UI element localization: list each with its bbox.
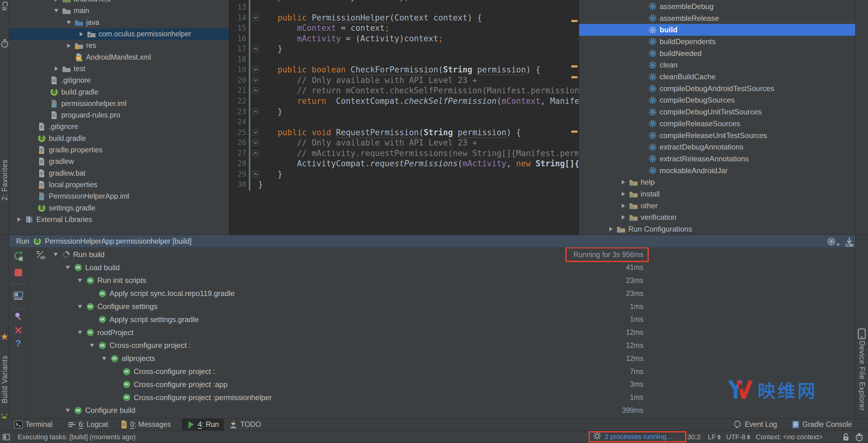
editor-code-line[interactable]: public PermissionHelper(Context context)… (278, 12, 482, 23)
editor-code-line[interactable]: public void RequestPermission(String per… (278, 127, 521, 138)
editor-code-line[interactable]: // Only available with API Level 23 + (297, 137, 477, 148)
fold-marker-icon[interactable] (252, 108, 259, 115)
fold-marker-icon[interactable] (252, 150, 259, 156)
build-variants-stripe-button[interactable]: Build Variants (1, 355, 9, 403)
tree-expand-arrow-icon[interactable] (52, 253, 60, 256)
run-toolwindow-header[interactable]: Run PermissionHelperApp:permissionhelper… (9, 235, 855, 248)
tree-expand-arrow-icon[interactable] (52, 9, 60, 12)
tree-expand-arrow-icon[interactable] (619, 192, 627, 196)
tool-tab-gradleconsole[interactable]: Gradle Console (792, 419, 852, 430)
gradle-task-row[interactable]: compileDebugUnitTestSources (579, 106, 855, 118)
build-step-row[interactable]: OKallprojects12ms (28, 352, 855, 365)
build-step-row[interactable]: OKrootProject12ms (28, 326, 855, 339)
project-tree-row[interactable]: gradlew.bat (9, 167, 229, 179)
lock-icon[interactable] (842, 431, 850, 443)
editor-code-line[interactable]: // mActivity.requestPermissions(new Stri… (297, 148, 579, 159)
tool-tab-messages[interactable]: 0: Messages (121, 419, 171, 430)
tree-expand-arrow-icon[interactable] (619, 203, 627, 208)
project-tree-row[interactable]: External Libraries (9, 214, 229, 225)
build-step-row[interactable]: OKApply script settings.gradle1ms (28, 313, 855, 326)
gradle-task-row[interactable]: compileDebugSources (579, 95, 855, 106)
tool-tab-terminal[interactable]: Terminal (14, 419, 53, 430)
project-tree-row[interactable]: build.gradle (9, 86, 229, 98)
tool-tab-run[interactable]: 4: Run (182, 419, 224, 430)
gradle-task-row[interactable]: Run Configurations (579, 223, 855, 235)
restore-layout-button[interactable] (13, 291, 23, 301)
error-stripe-mark[interactable] (571, 65, 578, 67)
close-button[interactable] (14, 326, 22, 336)
gradle-task-row[interactable]: extractDebugAnnotations (579, 141, 855, 153)
editor-code-line[interactable]: mActivity = (Activity)context; (297, 33, 443, 44)
error-stripe-mark[interactable] (571, 20, 578, 22)
tree-expand-arrow-icon[interactable] (64, 409, 72, 412)
device-file-explorer-stripe-button[interactable]: Device File Explorer (858, 341, 866, 411)
tree-expand-arrow-icon[interactable] (76, 331, 84, 334)
build-step-row[interactable]: OKConfigure build399ms (28, 404, 855, 417)
tree-expand-arrow-icon[interactable] (15, 217, 23, 222)
toolwindow-toggle-icon[interactable] (2, 431, 10, 443)
tree-expand-arrow-icon[interactable] (65, 21, 73, 24)
device-file-explorer-icon[interactable] (858, 328, 866, 341)
project-tree-row[interactable]: test (9, 63, 229, 74)
gradle-task-row[interactable]: mockableAndroidJar (579, 165, 855, 177)
fold-marker-icon[interactable] (252, 87, 259, 94)
editor-code-line[interactable]: } (278, 43, 283, 54)
project-tree-row[interactable]: proguard-rules.pro (9, 109, 229, 121)
tree-expand-arrow-icon[interactable] (88, 344, 96, 347)
gradle-task-row[interactable]: compileReleaseSources (579, 118, 855, 130)
project-tree-row[interactable]: settings.gradle (9, 202, 229, 214)
editor-code-line[interactable]: // Only available with API Level 23 + (297, 75, 477, 86)
editor-code-line[interactable]: mContext = context; (297, 23, 390, 33)
rerun-button[interactable] (13, 251, 23, 263)
tree-expand-arrow-icon[interactable] (65, 43, 73, 48)
project-tree-row[interactable]: .gitignore (9, 121, 229, 132)
fold-marker-icon[interactable] (252, 77, 259, 83)
gradle-task-row[interactable]: compileReleaseUnitTestSources (579, 130, 855, 141)
tree-expand-arrow-icon[interactable] (52, 0, 60, 2)
fold-marker-icon[interactable] (252, 171, 259, 177)
stop-button[interactable] (14, 268, 23, 278)
gradle-task-row[interactable]: compileDebugAndroidTestSources (579, 83, 855, 95)
tool-tab-eventlog[interactable]: Event Log (733, 419, 777, 430)
project-tree-row[interactable]: androidTest (9, 0, 229, 5)
project-tree-row[interactable]: java (9, 17, 229, 28)
project-tree-row[interactable]: gradlew (9, 156, 229, 167)
project-tree-row[interactable]: gradle.properties (9, 144, 229, 156)
tree-expand-arrow-icon[interactable] (52, 66, 60, 71)
fold-marker-icon[interactable] (252, 139, 259, 146)
gradle-task-row[interactable]: extractReleaseAnnotations (579, 153, 855, 165)
gradle-task-row[interactable]: build (579, 24, 855, 36)
tree-expand-arrow-icon[interactable] (607, 227, 615, 231)
tree-expand-arrow-icon[interactable] (64, 266, 72, 269)
scroll-to-end-icon[interactable] (845, 237, 854, 249)
gradle-task-row[interactable]: install (579, 188, 855, 200)
editor-code-line[interactable]: } (278, 106, 283, 117)
tree-expand-arrow-icon[interactable] (76, 305, 84, 308)
help-button[interactable]: ? (16, 339, 21, 348)
build-step-row[interactable]: OKRun init scripts23ms (28, 274, 855, 287)
project-tree-row[interactable]: PermissionHelperApp.iml (9, 191, 229, 202)
tree-expand-arrow-icon[interactable] (100, 357, 108, 360)
editor-code-line[interactable]: public boolean CheckForPermission(String… (278, 64, 540, 75)
project-tree-row[interactable]: main (9, 5, 229, 17)
fold-marker-icon[interactable] (252, 66, 259, 73)
gradle-task-row[interactable]: buildNeeded (579, 48, 855, 59)
editor-code-line[interactable]: } (278, 169, 283, 179)
encoding-widget[interactable]: UTF-8 (726, 431, 750, 443)
build-step-row[interactable]: OKLoad build41ms (28, 261, 855, 274)
project-tree-row[interactable]: res (9, 40, 229, 51)
captures-stripe-label[interactable]: Ca (1, 1, 9, 11)
error-stripe-mark[interactable] (571, 131, 578, 133)
tree-expand-arrow-icon[interactable] (619, 180, 627, 184)
gradle-task-row[interactable]: verification (579, 212, 855, 223)
gradle-task-row[interactable]: help (579, 177, 855, 188)
code-editor[interactable]: 12private Activity mActivity;1314public … (229, 0, 579, 235)
pin-tab-button[interactable] (14, 312, 23, 322)
caret-position-widget[interactable]: 30:2 (687, 431, 701, 443)
project-tree-row[interactable]: build.gradle (9, 133, 229, 144)
fold-marker-icon[interactable] (252, 14, 259, 21)
editor-code-line[interactable]: } (258, 179, 263, 190)
fold-marker-icon[interactable] (252, 46, 259, 52)
gradle-task-row[interactable]: buildDependents (579, 36, 855, 48)
favorites-stripe-button[interactable]: 2: Favorites (1, 159, 9, 200)
